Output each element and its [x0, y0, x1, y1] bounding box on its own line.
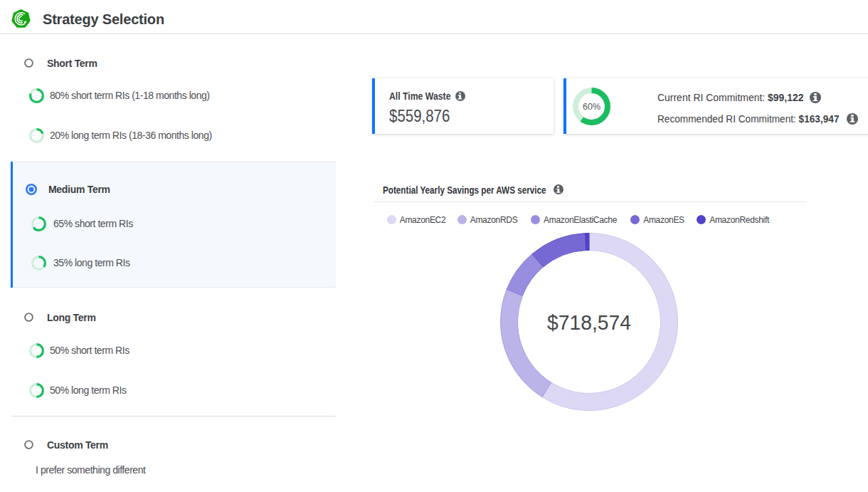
- svg-text:60%: 60%: [583, 102, 600, 112]
